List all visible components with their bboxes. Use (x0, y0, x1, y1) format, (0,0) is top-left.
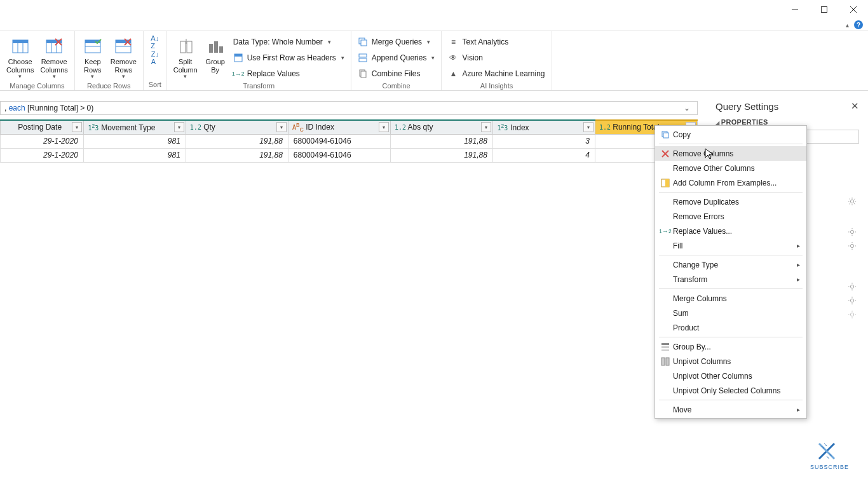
vision-button[interactable]: 👁Vision (445, 51, 547, 65)
cell[interactable]: 191,88 (186, 148, 288, 162)
cell[interactable]: 191,88 (186, 134, 288, 148)
menu-replace-values[interactable]: 1→2Replace Values... (655, 224, 806, 238)
menu-remove-other-columns[interactable]: Remove Other Columns (655, 161, 806, 175)
filter-icon[interactable]: ▾ (583, 122, 593, 132)
column-name: Posting Date (18, 123, 62, 132)
table-row[interactable]: 29-1-2020 981 191,88 68000494-61046 191,… (1, 148, 698, 162)
split-column-button[interactable]: Split Column ▾ (171, 32, 200, 81)
menu-product[interactable]: Product (655, 320, 806, 335)
menu-unpivot-selected-columns[interactable]: Unpivot Only Selected Columns (655, 383, 806, 398)
minimize-button[interactable] (780, 0, 810, 19)
separator (659, 288, 803, 289)
query-settings-title: Query Settings (715, 101, 778, 112)
first-row-headers-button[interactable]: Use First Row as Headers▾ (231, 51, 347, 65)
ribbon-collapse-icon[interactable]: ▴ (846, 22, 849, 29)
menu-sum[interactable]: Sum (655, 306, 806, 320)
menu-remove-errors[interactable]: Remove Errors (655, 209, 806, 224)
sort-asc-button[interactable]: A↓Z (147, 35, 163, 49)
vision-icon: 👁 (448, 53, 458, 63)
separator (659, 337, 803, 337)
svg-line-44 (854, 199, 855, 200)
menu-unpivot-other-columns[interactable]: Unpivot Other Columns (655, 369, 806, 383)
type-icon: 1.2 (190, 124, 201, 131)
column-header[interactable]: 123 Movement Type▾ (83, 120, 186, 134)
table-row[interactable]: 29-1-2020 981 191,88 68000494-61046 191,… (1, 134, 698, 148)
type-icon: 123 (497, 123, 508, 132)
gear-icon[interactable] (848, 241, 857, 250)
filter-icon[interactable]: ▾ (379, 122, 389, 132)
cell[interactable]: 981 (83, 148, 186, 162)
cell[interactable]: 29-1-2020 (1, 134, 84, 148)
text-analytics-button[interactable]: ≡Text Analytics (445, 35, 547, 49)
remove-rows-button[interactable]: Remove Rows ▾ (108, 32, 139, 81)
menu-remove-duplicates[interactable]: Remove Duplicates (655, 194, 806, 209)
cell[interactable]: 29-1-2020 (1, 148, 84, 162)
cell[interactable]: 3 (492, 134, 595, 148)
maximize-button[interactable] (810, 0, 839, 19)
append-label: Append Queries (372, 53, 427, 62)
help-icon[interactable]: ? (854, 20, 863, 29)
svg-rect-23 (187, 41, 192, 53)
remove-columns-label: Remove Columns (40, 58, 67, 74)
replace-label: Replace Values (247, 69, 300, 78)
append-queries-button[interactable]: Append Queries▾ (355, 51, 438, 65)
menu-remove-columns[interactable]: Remove Columns (655, 146, 806, 161)
filter-icon[interactable]: ▾ (174, 122, 184, 132)
remove-columns-button[interactable]: Remove Columns ▾ (37, 32, 70, 81)
text-analytics-icon: ≡ (448, 37, 458, 47)
gear-icon[interactable] (848, 282, 857, 291)
sort-desc-button[interactable]: Z↓A (147, 51, 163, 65)
group-by-button[interactable]: Group By (201, 32, 229, 76)
combine-files-button[interactable]: Combine Files (355, 67, 438, 81)
choose-columns-icon (10, 36, 31, 57)
vision-label: Vision (462, 53, 482, 62)
cell[interactable]: 191,88 (390, 134, 492, 148)
menu-copy[interactable]: Copy (655, 127, 806, 142)
gear-icon[interactable] (848, 227, 857, 236)
formula-text[interactable]: , each [Running Total] > 0) (4, 104, 93, 112)
close-button[interactable] (839, 0, 868, 19)
cell[interactable]: 68000494-61046 (288, 134, 390, 148)
window-controls (780, 0, 868, 19)
menu-merge-columns[interactable]: Merge Columns (655, 291, 806, 306)
data-type-button[interactable]: Data Type: Whole Number▾ (231, 35, 347, 49)
cell[interactable]: 68000494-61046 (288, 148, 390, 162)
menu-unpivot-columns[interactable]: Unpivot Columns (655, 354, 806, 369)
chevron-down-icon: ▾ (427, 39, 430, 45)
gear-icon[interactable] (848, 197, 857, 206)
close-panel-icon[interactable]: ✕ (851, 100, 859, 112)
formula-expand-icon[interactable]: ⌄ (681, 104, 693, 112)
headers-label: Use First Row as Headers (247, 53, 336, 62)
remove-columns-icon (44, 36, 64, 57)
cell[interactable]: 4 (492, 148, 595, 162)
menu-group-by[interactable]: Group By... (655, 339, 806, 354)
cell[interactable]: 191,88 (390, 148, 492, 162)
column-header[interactable]: ABC ID Index▾ (288, 120, 390, 134)
remove-rows-icon (113, 36, 133, 57)
replace-values-button[interactable]: 1→2Replace Values (231, 67, 347, 81)
merge-queries-button[interactable]: Merge Queries▾ (355, 35, 438, 49)
filter-icon[interactable]: ▾ (481, 122, 491, 132)
menu-change-type[interactable]: Change Type▸ (655, 257, 806, 272)
menu-add-column-from-examples[interactable]: Add Column From Examples... (655, 175, 806, 190)
filter-icon[interactable]: ▾ (276, 122, 287, 132)
column-header[interactable]: 1.2 Abs qty▾ (390, 120, 492, 134)
menu-move[interactable]: Move▸ (655, 402, 806, 417)
choose-columns-button[interactable]: Choose Columns ▾ (4, 32, 36, 81)
column-name: ID Index (306, 123, 334, 132)
menu-fill[interactable]: Fill▸ (655, 238, 806, 253)
separator (659, 255, 803, 255)
gear-icon[interactable] (848, 296, 857, 305)
group-by-icon (205, 36, 226, 57)
column-header[interactable]: Posting Date▾ (1, 120, 84, 134)
azure-ml-button[interactable]: ▲Azure Machine Learning (445, 67, 547, 81)
column-header[interactable]: 123 Index▾ (492, 120, 595, 134)
group-label: Combine (355, 81, 438, 92)
cell[interactable]: 981 (83, 134, 186, 148)
column-header[interactable]: 1.2 Qty▾ (186, 120, 288, 134)
filter-icon[interactable]: ▾ (72, 122, 82, 132)
menu-transform[interactable]: Transform▸ (655, 272, 806, 287)
keep-rows-button[interactable]: Keep Rows ▾ (79, 32, 107, 81)
chevron-down-icon: ▾ (91, 73, 94, 79)
gear-icon[interactable] (848, 310, 857, 319)
